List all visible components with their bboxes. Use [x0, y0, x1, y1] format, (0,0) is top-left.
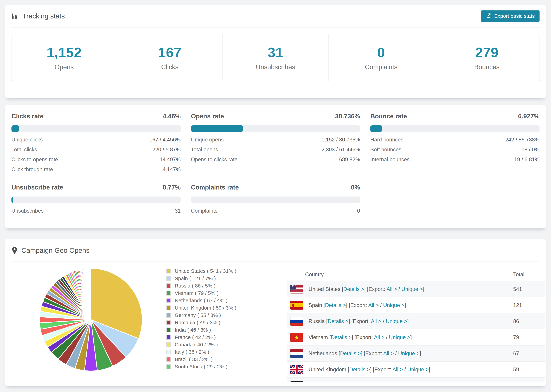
geo-opens-header: Campaign Geo Opens — [11, 239, 540, 262]
legend-swatch — [166, 291, 171, 295]
details-link[interactable]: Details > — [328, 318, 348, 324]
legend-item[interactable]: France ( 42 / 2% ) — [166, 334, 286, 341]
rate-detail-value: 167 / 4.456% — [149, 137, 181, 143]
export-all-link[interactable]: All > — [387, 286, 397, 292]
legend-label: Russia ( 86 / 5% ) — [175, 283, 215, 289]
rates-card: Clicks rate4.46%Unique clicks167 / 4.456… — [5, 105, 546, 229]
legend-swatch — [166, 342, 171, 347]
rate-detail-row: Internal bounces19 / 6.81% — [370, 156, 540, 166]
bracket-text: ] — [407, 318, 409, 324]
rate-block-bounce-rate: Bounce rate6.927%Hard bounces242 / 86.73… — [370, 113, 540, 176]
legend-item[interactable]: United Kingdom ( 59 / 3% ) — [166, 304, 286, 311]
rate-detail-value: 4.147% — [163, 166, 181, 173]
legend-item[interactable]: India ( 46 / 3% ) — [166, 326, 286, 334]
export-unique-link[interactable]: Unique > — [407, 366, 429, 372]
map-pin-icon — [11, 246, 18, 254]
progress-bar-clicks-rate — [11, 125, 181, 132]
legend-label: Netherlands ( 67 / 4% ) — [175, 298, 227, 303]
rate-percentage: 0% — [351, 184, 360, 191]
export-all-link[interactable]: All > — [383, 350, 394, 357]
legend-item[interactable]: South Africa ( 29 / 2% ) — [166, 363, 286, 370]
rate-detail-row: Complaints0 — [191, 208, 360, 218]
legend-item[interactable]: Russia ( 86 / 5% ) — [166, 282, 286, 289]
country-cell: Vietnam [Details >] [Export: All > / Uni… — [309, 334, 412, 341]
export-all-link[interactable]: All > — [374, 334, 384, 340]
details-link[interactable]: Details > — [349, 366, 370, 372]
table-row-us[interactable]: United States [Details >] [Export: All >… — [287, 281, 545, 297]
stat-label: Bounces — [474, 63, 500, 71]
legend-swatch — [166, 276, 171, 281]
page-title: Tracking stats — [22, 12, 65, 20]
rate-detail-row: Click through rate4.147% — [11, 166, 181, 176]
legend-swatch — [166, 357, 171, 362]
es-flag-icon — [290, 301, 303, 309]
table-row-nl[interactable]: Netherlands [Details >] [Export: All > /… — [287, 345, 545, 361]
bracket-text: ] [Export: — [370, 366, 392, 372]
rate-detail-label: Opens to clicks rate — [191, 156, 238, 163]
details-link[interactable]: Details > — [340, 350, 361, 357]
separator-text: / — [381, 318, 386, 324]
legend-item[interactable]: Romania ( 49 / 3% ) — [166, 319, 286, 326]
export-unique-link[interactable]: Unique > — [383, 302, 404, 308]
country-cell: Russia [Details >] [Export: All > / Uniq… — [309, 318, 409, 324]
stat-label: Unsubscribes — [256, 63, 295, 71]
legend-swatch — [166, 350, 171, 354]
export-basic-stats-button[interactable]: Export basic stats — [481, 10, 540, 22]
table-row-gb[interactable]: United Kingdom [Details >] [Export: All … — [287, 361, 545, 378]
dotted-leader — [240, 160, 337, 160]
rate-detail-row: Clicks to opens rate14.497% — [11, 156, 181, 166]
table-row-vn[interactable]: Vietnam [Details >] [Export: All > / Uni… — [287, 329, 545, 345]
details-link[interactable]: Details > — [343, 286, 364, 292]
progress-bar-opens-rate — [191, 125, 360, 132]
stat-label: Opens — [55, 63, 74, 71]
dotted-leader — [46, 211, 172, 211]
progress-bar-complaints-rate — [191, 196, 360, 203]
bracket-text: ] — [429, 366, 430, 372]
stat-card-bounces: 279Bounces — [434, 34, 540, 81]
geo-pie-chart[interactable] — [38, 267, 144, 373]
rate-percentage: 4.46% — [163, 113, 181, 120]
geo-legend: United States ( 541 / 31% )Spain ( 121 /… — [166, 267, 286, 370]
legend-item[interactable]: Germany ( 55 / 3% ) — [166, 311, 286, 319]
rate-detail-rows: Hard bounces242 / 86.738%Soft bounces18 … — [370, 137, 540, 166]
rate-detail-value: 220 / 5.87% — [152, 147, 181, 153]
total-column-header: Total — [513, 271, 524, 278]
details-link[interactable]: Details > — [331, 334, 352, 340]
legend-swatch — [166, 313, 171, 318]
country-name: Russia [ — [309, 318, 328, 324]
export-unique-link[interactable]: Unique > — [398, 350, 420, 357]
legend-item[interactable]: Brazil ( 33 / 2% ) — [166, 356, 286, 363]
rate-block-opens-rate: Opens rate30.736%Unique opens1,152 / 30.… — [191, 113, 360, 176]
rate-detail-row: Hard bounces242 / 86.738% — [370, 137, 540, 147]
separator-text: / — [394, 350, 398, 357]
separator-text: / — [384, 334, 389, 340]
legend-swatch — [166, 269, 171, 273]
legend-item[interactable]: Canada ( 40 / 2% ) — [166, 341, 286, 348]
country-cell: Spain [Details >] [Export: All > / Uniqu… — [309, 302, 406, 308]
legend-item[interactable]: Vietnam ( 79 / 5% ) — [166, 289, 286, 297]
rate-percentage: 6.927% — [518, 113, 540, 120]
rate-detail-row: Unsubscribes31 — [11, 208, 181, 218]
legend-item[interactable]: Spain ( 121 / 7% ) — [166, 275, 286, 282]
legend-swatch — [166, 364, 171, 369]
legend-item[interactable]: Italy ( 36 / 2% ) — [166, 348, 286, 356]
rate-detail-value: 0 — [357, 208, 360, 214]
export-unique-link[interactable]: Unique > — [402, 286, 423, 292]
table-row-de[interactable]: Germany [Details >] [Export: All > / Uni… — [287, 378, 545, 382]
rate-detail-label: Total opens — [191, 147, 218, 153]
export-all-link[interactable]: All > — [371, 318, 381, 324]
country-cell: Netherlands [Details >] [Export: All > /… — [309, 350, 421, 357]
table-row-es[interactable]: Spain [Details >] [Export: All > / Uniqu… — [287, 297, 545, 313]
country-column-header: Country — [305, 271, 324, 278]
legend-item[interactable]: Netherlands ( 67 / 4% ) — [166, 297, 286, 304]
legend-label: Canada ( 40 / 2% ) — [175, 342, 218, 348]
bracket-text: ] [Export: — [352, 334, 374, 340]
export-unique-link[interactable]: Unique > — [389, 334, 410, 340]
table-row-ru[interactable]: Russia [Details >] [Export: All > / Uniq… — [287, 313, 545, 329]
total-cell: 79 — [513, 334, 519, 341]
legend-item[interactable]: United States ( 541 / 31% ) — [166, 267, 286, 275]
export-all-link[interactable]: All > — [392, 366, 403, 372]
export-unique-link[interactable]: Unique > — [386, 318, 407, 324]
export-all-link[interactable]: All > — [368, 302, 379, 308]
details-link[interactable]: Details > — [325, 302, 346, 308]
